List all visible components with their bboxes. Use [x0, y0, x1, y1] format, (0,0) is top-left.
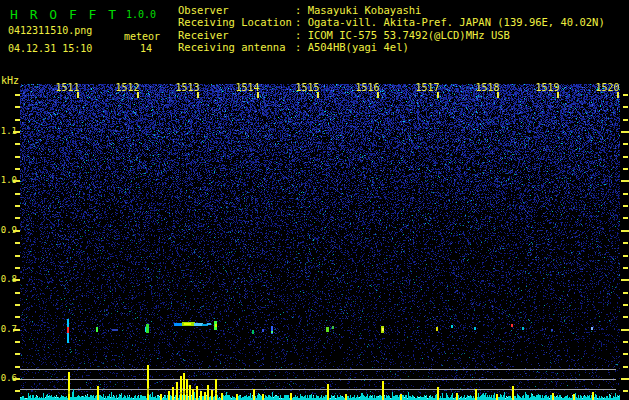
- freq-tick-left: [15, 292, 20, 294]
- freq-tick-right: [623, 205, 628, 207]
- freq-tick-left: [15, 341, 20, 343]
- freq-tick-left: [15, 366, 20, 368]
- freq-tick-left: [15, 304, 20, 306]
- freq-tick-left: [15, 106, 20, 108]
- time-axis-label: 1520: [592, 82, 624, 93]
- info-value: : A504HB(yagi 4el): [295, 41, 409, 53]
- time-axis-label: 1519: [532, 82, 564, 93]
- time-axis-label: 1511: [52, 82, 84, 93]
- info-value: : Ogata-vill. Akita-Pref. JAPAN (139.96E…: [295, 16, 605, 28]
- freq-tick-left: [15, 267, 20, 269]
- info-row: Receiving antenna: A504HB(yagi 4el): [178, 41, 409, 53]
- time-tick: [77, 92, 79, 98]
- time-tick: [197, 92, 199, 98]
- meteor-count: 14: [140, 43, 152, 54]
- time-axis-label: 1513: [172, 82, 204, 93]
- info-row: Receiver: ICOM IC-575 53.7492(@LCD)MHz U…: [178, 29, 510, 41]
- info-label: Receiver: [178, 29, 295, 41]
- freq-tick-right: [623, 292, 628, 294]
- time-tick: [437, 92, 439, 98]
- freq-tick-right: [623, 341, 628, 343]
- mode-label: meteor: [124, 31, 160, 42]
- freq-tick-left: [13, 378, 20, 380]
- time-tick: [377, 92, 379, 98]
- freq-tick-right: [623, 366, 628, 368]
- time-axis-label: 1517: [412, 82, 444, 93]
- hrofft-window: H R O F F T 1.0.0 0412311510.png meteor …: [0, 0, 629, 400]
- freq-tick-right: [623, 94, 628, 96]
- freq-tick-right: [623, 267, 628, 269]
- freq-tick-right: [623, 119, 628, 121]
- freq-tick-right: [623, 217, 628, 219]
- freq-tick-right: [623, 255, 628, 257]
- time-tick: [557, 92, 559, 98]
- freq-tick-left: [15, 193, 20, 195]
- time-tick: [317, 92, 319, 98]
- info-label: Receiving antenna: [178, 41, 295, 53]
- freq-tick-left: [15, 205, 20, 207]
- freq-tick-left: [13, 131, 20, 133]
- time-axis-label: 1512: [112, 82, 144, 93]
- datetime-label: 04.12.31 15:10: [8, 43, 92, 54]
- info-row: Receiving Location: Ogata-vill. Akita-Pr…: [178, 16, 605, 28]
- freq-tick-left: [13, 230, 20, 232]
- freq-tick-right: [623, 168, 628, 170]
- time-axis-label: 1515: [292, 82, 324, 93]
- freq-tick-left: [13, 279, 20, 281]
- freq-tick-left: [15, 353, 20, 355]
- freq-tick-right: [623, 242, 628, 244]
- freq-tick-left: [13, 329, 20, 331]
- app-version: 1.0.0: [126, 9, 156, 20]
- freq-tick-right: [621, 279, 629, 281]
- freq-tick-left: [15, 255, 20, 257]
- freq-tick-right: [623, 193, 628, 195]
- time-axis-label: 1518: [472, 82, 504, 93]
- freq-tick-right: [621, 378, 629, 380]
- freq-tick-left: [15, 143, 20, 145]
- freq-tick-left: [13, 180, 20, 182]
- info-value: : Masayuki Kobayashi: [295, 4, 421, 16]
- freq-tick-left: [15, 390, 20, 392]
- app-title: H R O F F T: [10, 7, 118, 22]
- time-tick: [617, 92, 619, 98]
- freq-tick-right: [621, 230, 629, 232]
- output-filename: 0412311510.png: [8, 25, 92, 36]
- info-label: Observer: [178, 4, 295, 16]
- freq-tick-left: [15, 168, 20, 170]
- time-tick: [137, 92, 139, 98]
- freq-tick-left: [15, 94, 20, 96]
- time-axis-label: 1514: [232, 82, 264, 93]
- freq-tick-right: [623, 156, 628, 158]
- time-tick: [497, 92, 499, 98]
- freq-tick-right: [621, 329, 629, 331]
- freq-tick-left: [15, 242, 20, 244]
- info-value: : ICOM IC-575 53.7492(@LCD)MHz USB: [295, 29, 510, 41]
- time-axis-label: 1516: [352, 82, 384, 93]
- khz-unit-label: kHz: [1, 75, 19, 86]
- freq-tick-right: [623, 106, 628, 108]
- freq-tick-right: [623, 304, 628, 306]
- info-row: Observer: Masayuki Kobayashi: [178, 4, 421, 16]
- freq-tick-left: [15, 156, 20, 158]
- freq-tick-right: [623, 390, 628, 392]
- time-tick: [257, 92, 259, 98]
- freq-tick-right: [621, 131, 629, 133]
- freq-tick-left: [15, 119, 20, 121]
- freq-tick-right: [623, 316, 628, 318]
- freq-tick-left: [15, 217, 20, 219]
- info-label: Receiving Location: [178, 16, 295, 28]
- freq-tick-right: [623, 143, 628, 145]
- spectrogram-canvas: [20, 84, 620, 400]
- freq-tick-left: [15, 316, 20, 318]
- freq-tick-right: [623, 353, 628, 355]
- freq-tick-right: [621, 180, 629, 182]
